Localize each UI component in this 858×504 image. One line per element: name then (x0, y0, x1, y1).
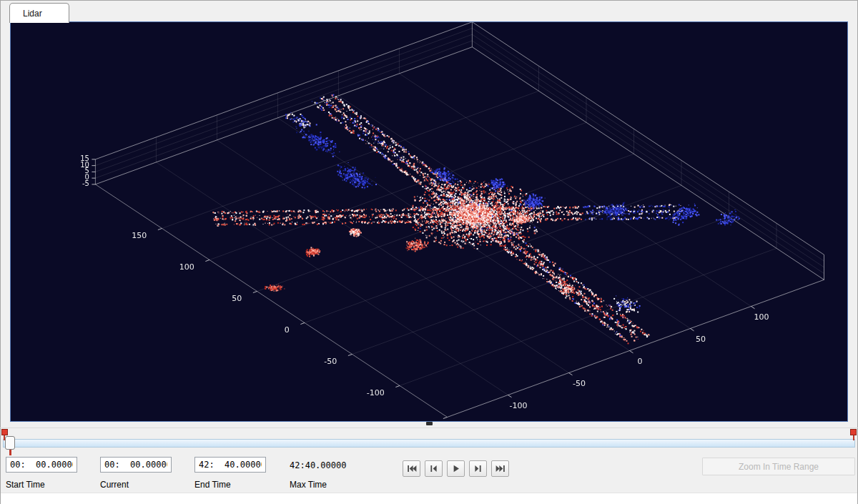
first-frame-button[interactable] (403, 460, 420, 477)
max-time-value: 42:40.00000 (290, 460, 346, 470)
timeline-start-flag[interactable] (1, 429, 8, 435)
timeline-end-flag-line (853, 435, 854, 440)
timeline-current-thumb[interactable] (5, 436, 15, 450)
tab-lidar-label: Lidar (23, 9, 42, 19)
timeline-separator (0, 428, 858, 428)
play-icon (451, 464, 460, 473)
step-forward-button[interactable] (469, 460, 487, 477)
last-frame-button[interactable] (491, 460, 509, 477)
skip-to-start-icon (407, 464, 417, 473)
timeline-current-tick (9, 450, 11, 455)
step-back-button[interactable] (425, 460, 443, 477)
timeline-track[interactable] (3, 439, 855, 448)
play-button[interactable] (447, 460, 465, 477)
end-time-label: End Time (194, 480, 231, 490)
start-time-label: Start Time (6, 480, 45, 490)
current-time-label: Current (100, 480, 129, 490)
start-time-input[interactable] (6, 457, 77, 473)
splitter-handle[interactable] (426, 422, 433, 425)
zoom-in-time-range-button[interactable]: Zoom In Time Range (702, 458, 855, 475)
lidar-viewer-panel (10, 21, 848, 422)
step-forward-icon (473, 464, 483, 473)
bottom-strip (1, 493, 857, 504)
skip-to-end-icon (495, 464, 506, 473)
step-back-icon (429, 464, 438, 473)
timeline-end-flag[interactable] (850, 429, 857, 435)
end-time-input[interactable] (194, 457, 266, 473)
lidar-3d-view[interactable] (11, 22, 847, 421)
max-time-label: Max Time (290, 480, 327, 490)
tab-lidar[interactable]: Lidar (9, 3, 69, 23)
current-time-input[interactable] (100, 457, 172, 473)
